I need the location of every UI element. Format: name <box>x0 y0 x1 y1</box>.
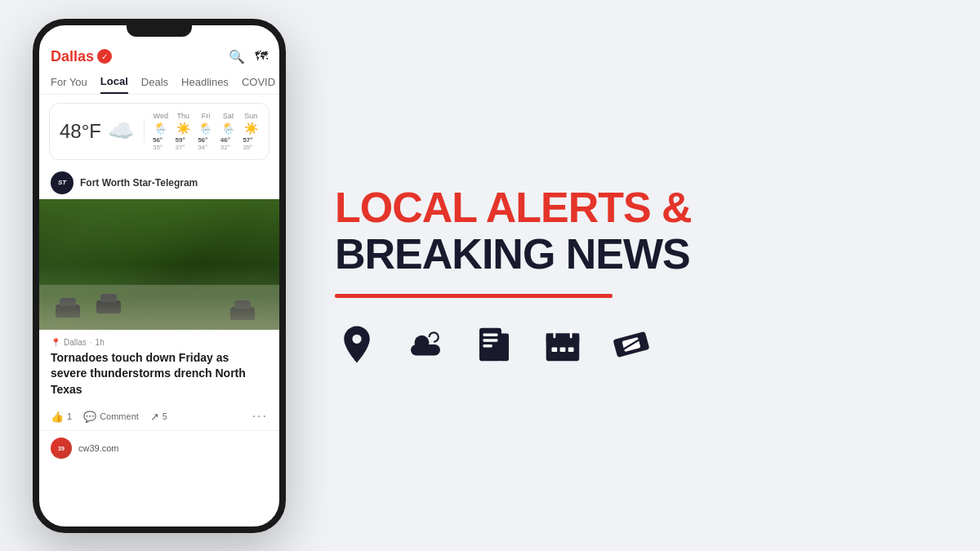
forecast-fri-icon: 🌦️ <box>198 122 212 135</box>
tab-deals[interactable]: Deals <box>141 71 168 93</box>
like-icon: 👍 <box>51 411 64 423</box>
forecast-sat: Sat 🌦️ 46° 32° <box>220 112 237 151</box>
share-count: 5 <box>163 411 167 421</box>
forecast-thu-temps: 59° 37° <box>176 136 192 151</box>
svg-rect-11 <box>560 348 566 353</box>
source-name: Fort Worth Star-Telegram <box>80 177 198 189</box>
article-location: Dallas <box>64 338 87 347</box>
news-feature-icon <box>472 322 516 367</box>
article-meta: 📍 Dallas · 1h <box>51 338 268 347</box>
phone-mockup: Dallas ✓ 🔍 🗺 For You Local Deals Headlin… <box>33 19 286 533</box>
headline-text: LOCAL ALERTS & BREAKING NEWS <box>335 184 947 278</box>
share-button[interactable]: ↗ 5 <box>150 411 167 423</box>
location-pin-icon: 📍 <box>51 338 60 347</box>
search-icon[interactable]: 🔍 <box>229 49 245 64</box>
city-name[interactable]: Dallas <box>51 48 94 65</box>
current-temp: 48°F <box>60 120 101 143</box>
headline-line2: BREAKING NEWS <box>335 231 947 278</box>
like-button[interactable]: 👍 1 <box>51 411 72 423</box>
forecast-wed-icon: 🌦️ <box>154 122 167 135</box>
headline-line1: LOCAL ALERTS & <box>335 184 947 231</box>
forecast-thu-label: Thu <box>177 112 190 120</box>
like-count: 1 <box>67 411 72 421</box>
tab-local[interactable]: Local <box>100 70 128 94</box>
phone-content: Dallas ✓ 🔍 🗺 For You Local Deals Headlin… <box>39 25 279 527</box>
forecast-wed-temps: 56° 35° <box>153 136 169 151</box>
comment-button[interactable]: 💬 Comment <box>83 411 139 423</box>
next-source-logo: 39 <box>51 438 72 459</box>
svg-rect-4 <box>483 344 492 347</box>
article-separator: · <box>90 338 92 347</box>
next-source-name: cw39.com <box>78 443 119 453</box>
forecast-fri-temps: 56° 34° <box>198 136 214 151</box>
svg-rect-5 <box>500 334 509 362</box>
feature-location <box>335 322 379 367</box>
svg-rect-7 <box>546 334 580 343</box>
phone-notch <box>127 25 192 37</box>
tab-covid[interactable]: COVID <box>242 71 275 93</box>
feature-deals <box>609 322 653 367</box>
forecast-fri: Fri 🌦️ 56° 34° <box>198 112 214 151</box>
weather-forecast: Wed 🌦️ 56° 35° Thu ☀️ 59° 37° <box>153 112 259 151</box>
deals-feature-icon <box>609 322 653 367</box>
article-content: 📍 Dallas · 1h Tornadoes touch down Frida… <box>39 330 279 398</box>
svg-rect-10 <box>552 348 558 353</box>
forecast-sun-icon: ☀️ <box>244 122 258 135</box>
source-logo: ST <box>51 171 74 194</box>
map-icon[interactable]: 🗺 <box>255 49 268 64</box>
feature-icons <box>335 322 947 367</box>
forecast-sat-temps: 46° 32° <box>220 136 237 151</box>
tab-headlines[interactable]: Headlines <box>181 71 229 93</box>
app-header-left: Dallas ✓ <box>51 48 112 65</box>
weather-current: 48°F ☁️ <box>60 118 145 144</box>
current-weather-icon: ☁️ <box>108 118 134 144</box>
forecast-wed: Wed 🌦️ 56° 35° <box>153 112 169 151</box>
comment-icon: 💬 <box>83 411 96 423</box>
forecast-thu: Thu ☀️ 59° 37° <box>176 112 192 151</box>
forecast-sun-label: Sun <box>244 112 257 120</box>
right-side: LOCAL ALERTS & BREAKING NEWS <box>335 168 947 383</box>
weather-feature-icon <box>403 322 448 367</box>
forecast-sat-icon: 🌦️ <box>221 122 235 135</box>
comment-label: Comment <box>100 411 139 421</box>
app-header: Dallas ✓ 🔍 🗺 <box>39 42 279 70</box>
nav-tabs: For You Local Deals Headlines COVID ☰ <box>39 70 279 95</box>
forecast-wed-label: Wed <box>154 112 168 120</box>
events-feature-icon <box>541 322 585 367</box>
svg-rect-3 <box>483 339 498 341</box>
forecast-thu-icon: ☀️ <box>176 122 190 135</box>
news-source: ST Fort Worth Star-Telegram <box>39 167 279 199</box>
image-overlay <box>39 297 279 330</box>
app-header-right: 🔍 🗺 <box>229 49 268 64</box>
forecast-sun: Sun ☀️ 57° 39° <box>243 112 259 151</box>
news-image[interactable] <box>39 199 279 330</box>
forecast-fri-label: Fri <box>202 112 211 120</box>
feature-weather <box>403 322 448 367</box>
article-actions: 👍 1 💬 Comment ↗ 5 ··· <box>39 402 279 430</box>
feature-news <box>472 322 516 367</box>
feature-events <box>541 322 585 367</box>
next-article[interactable]: 39 cw39.com <box>39 430 279 465</box>
location-badge[interactable]: ✓ <box>97 49 112 64</box>
article-time: 1h <box>96 338 105 347</box>
tab-for-you[interactable]: For You <box>51 71 87 93</box>
share-icon: ↗ <box>150 411 159 423</box>
forecast-sun-temps: 57° 39° <box>243 136 259 151</box>
svg-rect-12 <box>568 348 574 353</box>
location-feature-icon <box>335 322 379 367</box>
forecast-sat-label: Sat <box>223 112 234 120</box>
article-title[interactable]: Tornadoes touch down Friday as severe th… <box>51 350 268 398</box>
weather-card[interactable]: 48°F ☁️ Wed 🌦️ 56° 35° Thu ☀️ <box>49 103 270 160</box>
page-wrapper: Dallas ✓ 🔍 🗺 For You Local Deals Headlin… <box>0 0 980 551</box>
svg-rect-2 <box>483 334 498 336</box>
more-options-button[interactable]: ··· <box>252 409 268 424</box>
red-divider <box>335 294 612 298</box>
